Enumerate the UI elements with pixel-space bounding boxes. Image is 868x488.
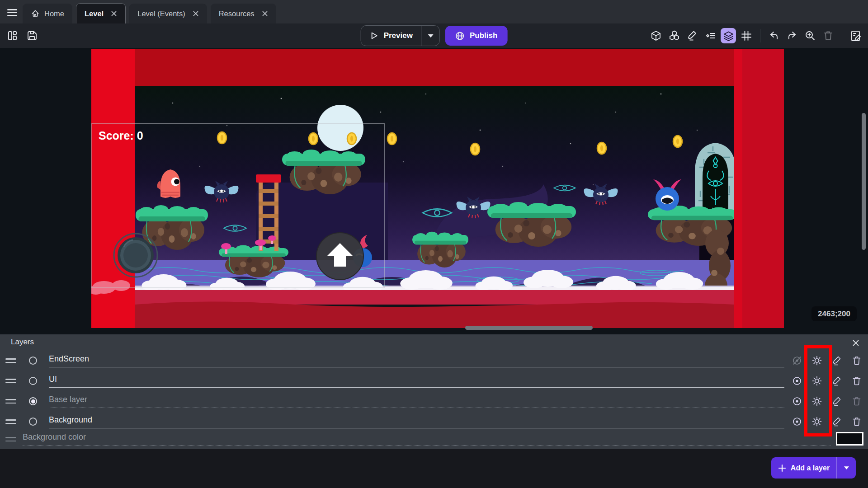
layer-row-background: Background <box>0 412 868 432</box>
preview-button[interactable]: Preview <box>361 25 440 46</box>
plus-icon <box>778 464 786 472</box>
drag-handle-icon[interactable] <box>5 358 16 363</box>
toolbar-separator <box>842 29 842 42</box>
layer-radio[interactable] <box>29 418 37 426</box>
drag-handle-icon <box>5 437 16 441</box>
horizontal-scrollbar[interactable] <box>465 326 593 330</box>
tab-label: Level (Events) <box>137 9 185 18</box>
tab-level-events[interactable]: Level (Events) <box>129 4 207 23</box>
redo-icon[interactable] <box>784 28 800 43</box>
layer-radio[interactable] <box>29 377 37 385</box>
edit-icon[interactable] <box>831 396 842 407</box>
moon[interactable] <box>317 105 363 151</box>
close-icon[interactable] <box>193 10 199 17</box>
vertical-scrollbar[interactable] <box>862 113 866 250</box>
tab-home[interactable]: Home <box>23 4 72 23</box>
close-icon[interactable] <box>262 10 268 17</box>
scene-canvas[interactable]: Score: 0 <box>91 49 784 328</box>
tab-bar: Home Level Level (Events) Resources <box>0 0 868 23</box>
publish-button[interactable]: Publish <box>445 26 507 46</box>
background-color-swatch[interactable] <box>836 432 863 446</box>
add-layer-label: Add a layer <box>791 464 830 472</box>
grid-icon[interactable] <box>739 28 754 43</box>
edit-icon[interactable] <box>684 28 700 43</box>
close-icon[interactable] <box>111 10 117 17</box>
project-manager-icon[interactable] <box>5 28 20 43</box>
undo-icon[interactable] <box>766 28 782 43</box>
preview-options-button[interactable] <box>422 26 439 46</box>
cursor-coordinates: 2463;200 <box>811 306 857 321</box>
edit-icon[interactable] <box>831 375 842 386</box>
publish-label: Publish <box>470 31 497 40</box>
frame-top <box>135 49 734 86</box>
preview-label: Preview <box>384 31 413 40</box>
tab-label: Resources <box>219 9 255 18</box>
visibility-off-icon[interactable] <box>792 355 802 366</box>
joystick-control[interactable] <box>114 234 157 277</box>
zoom-in-icon[interactable] <box>802 28 818 43</box>
tab-label: Level <box>85 9 104 18</box>
toolbar: Preview Publish <box>0 23 868 48</box>
drag-handle-icon[interactable] <box>5 419 16 424</box>
edit-icon[interactable] <box>831 355 842 366</box>
layers-panel: Layers EndScreen UI <box>0 334 868 449</box>
layer-row-base-layer: Base layer <box>0 391 868 411</box>
3d-box-icon[interactable] <box>648 28 664 43</box>
scene-editor-canvas-area: Score: 0 2463;200 <box>0 48 868 334</box>
layer-radio[interactable] <box>29 357 37 365</box>
toolbar-separator <box>760 29 760 42</box>
trash-icon <box>851 396 862 407</box>
lighting-icon[interactable] <box>811 355 822 366</box>
jump-button[interactable] <box>316 233 363 280</box>
layers-panel-title: Layers <box>11 338 34 347</box>
events-editor-icon[interactable] <box>848 28 863 43</box>
layer-radio-selected[interactable] <box>29 397 37 405</box>
portal[interactable] <box>695 143 736 216</box>
layer-name-field[interactable]: Base layer <box>49 395 784 408</box>
tab-label: Home <box>44 9 64 18</box>
globe-icon <box>455 31 465 41</box>
objects-icon[interactable] <box>666 28 682 43</box>
drag-handle-icon[interactable] <box>5 399 16 404</box>
layer-name-field[interactable]: Background <box>49 415 784 428</box>
lighting-icon[interactable] <box>811 416 822 427</box>
trash-icon[interactable] <box>851 375 862 386</box>
lighting-icon[interactable] <box>811 375 822 386</box>
instances-list-icon[interactable] <box>703 28 718 43</box>
lighting-icon[interactable] <box>811 396 822 407</box>
layer-row-ui: UI <box>0 371 868 391</box>
main-menu-icon[interactable] <box>5 4 20 22</box>
layer-row-endscreen: EndScreen <box>0 351 868 371</box>
home-icon <box>31 9 40 18</box>
tab-level[interactable]: Level <box>76 3 126 23</box>
frame-right-edge <box>734 49 742 328</box>
tab-resources[interactable]: Resources <box>211 4 276 23</box>
layer-name-field[interactable]: EndScreen <box>49 354 784 367</box>
play-icon <box>370 32 378 40</box>
visibility-icon[interactable] <box>792 396 802 407</box>
add-layer-button[interactable]: Add a layer <box>771 457 856 479</box>
visibility-icon[interactable] <box>792 416 802 427</box>
trash-icon[interactable] <box>851 355 862 366</box>
background-color-row: Background color <box>0 430 868 448</box>
trash-icon <box>821 28 836 43</box>
background-color-label: Background color <box>23 432 831 446</box>
chevron-down-icon <box>428 34 434 38</box>
drag-handle-icon[interactable] <box>5 379 16 383</box>
score-text: Score: 0 <box>99 129 143 142</box>
layer-name-field[interactable]: UI <box>49 375 784 388</box>
bottom-strip: Add a layer <box>0 449 868 488</box>
layers-icon[interactable] <box>721 28 736 43</box>
close-icon[interactable] <box>851 338 861 348</box>
save-icon[interactable] <box>24 28 40 43</box>
visibility-icon[interactable] <box>792 375 802 386</box>
add-layer-options-button[interactable] <box>836 457 856 479</box>
chevron-down-icon <box>844 466 849 470</box>
edit-icon[interactable] <box>831 416 842 427</box>
trash-icon[interactable] <box>851 416 862 427</box>
